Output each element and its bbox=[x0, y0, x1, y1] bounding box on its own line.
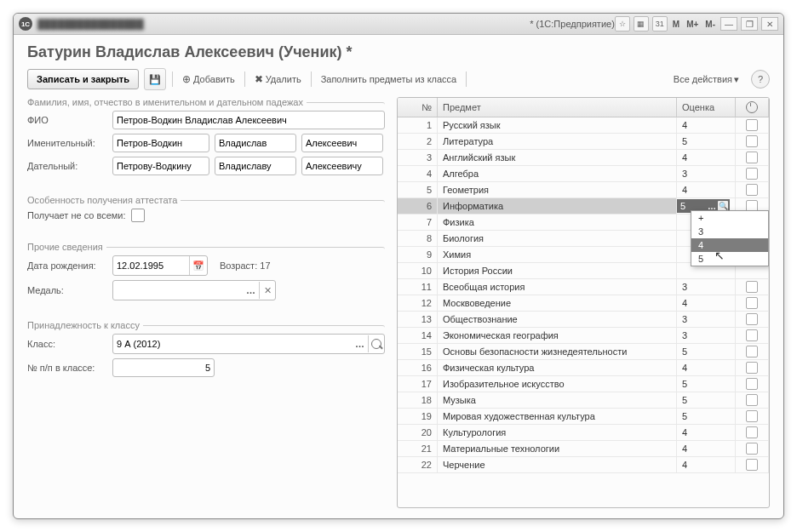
medal-input[interactable] bbox=[113, 283, 243, 298]
cell-checkbox[interactable] bbox=[736, 166, 769, 181]
cell-checkbox[interactable] bbox=[736, 295, 769, 311]
grade-browse-icon[interactable]: … bbox=[708, 202, 716, 211]
fio-input[interactable] bbox=[112, 111, 385, 129]
cell-checkbox[interactable] bbox=[736, 441, 769, 456]
cell-grade[interactable]: 4 bbox=[677, 182, 736, 197]
save-and-close-button[interactable]: Записать и закрыть bbox=[27, 69, 139, 89]
titlebar-icon-grid[interactable]: ▦ bbox=[634, 16, 649, 31]
not-with-all-checkbox[interactable] bbox=[131, 209, 145, 222]
middlename-dat-input[interactable] bbox=[301, 157, 383, 175]
titlebar-icon-star[interactable]: ☆ bbox=[615, 16, 630, 31]
table-row[interactable]: 3Английский язык4 bbox=[398, 150, 769, 166]
close-button[interactable]: ✕ bbox=[761, 17, 778, 31]
col-grade[interactable]: Оценка bbox=[677, 98, 736, 117]
cell-grade[interactable]: 3 bbox=[677, 312, 736, 327]
table-row[interactable]: 12Москвоведение4 bbox=[398, 295, 769, 312]
grade-option[interactable]: 5 bbox=[691, 252, 768, 266]
table-row[interactable]: 19Мировая художественная культура5 bbox=[398, 409, 769, 425]
col-number[interactable]: № bbox=[398, 98, 438, 117]
firstname-dat-input[interactable] bbox=[215, 157, 296, 175]
calendar-icon[interactable]: 📅 bbox=[189, 256, 207, 275]
lastname-nom-input[interactable] bbox=[112, 134, 209, 152]
cell-checkbox[interactable] bbox=[736, 134, 769, 149]
table-row[interactable]: 11Всеобщая история3 bbox=[398, 279, 769, 295]
app-logo-icon: 1C bbox=[19, 17, 32, 31]
cell-checkbox[interactable] bbox=[736, 279, 769, 295]
table-row[interactable]: 21Материальные технологии4 bbox=[398, 441, 769, 457]
table-row[interactable]: 13Обществознание3 bbox=[398, 312, 769, 328]
table-row[interactable]: 20Культурология4 bbox=[398, 425, 769, 441]
cell-grade[interactable]: 5 bbox=[677, 134, 736, 149]
cell-checkbox[interactable] bbox=[736, 182, 769, 197]
cell-grade[interactable]: 5 bbox=[677, 376, 736, 392]
table-row[interactable]: 2Литература5 bbox=[398, 134, 769, 150]
table-row[interactable]: 4Алгебра3 bbox=[398, 166, 769, 182]
cell-checkbox[interactable] bbox=[736, 117, 769, 133]
all-actions-dropdown[interactable]: Все действия ▾ bbox=[674, 74, 739, 85]
cell-checkbox[interactable] bbox=[736, 150, 769, 165]
col-subject[interactable]: Предмет bbox=[438, 98, 677, 117]
page-title: Батурин Владислав Алексеевич (Ученик) * bbox=[27, 43, 770, 61]
medal-browse-icon[interactable]: … bbox=[243, 285, 259, 295]
cell-checkbox[interactable] bbox=[736, 425, 769, 440]
grade-dropdown[interactable]: +345 bbox=[691, 210, 769, 266]
table-row[interactable]: 17Изобразительное искусство5 bbox=[398, 376, 769, 392]
cell-checkbox[interactable] bbox=[736, 457, 769, 472]
help-button[interactable]: ? bbox=[751, 70, 770, 89]
fill-subjects-button[interactable]: Заполнить предметы из класса bbox=[318, 69, 461, 89]
lastname-dat-input[interactable] bbox=[112, 157, 209, 175]
table-row[interactable]: 14Экономическая география3 bbox=[398, 328, 769, 344]
grade-option[interactable]: + bbox=[691, 211, 768, 225]
cell-checkbox[interactable] bbox=[736, 360, 769, 375]
cell-grade[interactable]: 4 bbox=[677, 295, 736, 311]
table-row[interactable]: 16Физическая культура4 bbox=[398, 360, 769, 376]
cell-grade[interactable]: 4 bbox=[677, 150, 736, 165]
cell-checkbox[interactable] bbox=[736, 344, 769, 359]
save-icon-button[interactable]: 💾 bbox=[144, 68, 166, 90]
m-plus-button[interactable]: M+ bbox=[685, 20, 700, 29]
cell-grade[interactable]: 3 bbox=[677, 166, 736, 181]
table-row[interactable]: 15Основы безопасности жизнедеятельности5 bbox=[398, 344, 769, 360]
cell-grade[interactable]: 4 bbox=[677, 117, 736, 133]
grade-option[interactable]: 3 bbox=[691, 225, 768, 238]
cell-grade[interactable]: 5 bbox=[677, 392, 736, 408]
add-button[interactable]: ⊕ Добавить bbox=[179, 69, 238, 89]
cell-grade[interactable]: 4 bbox=[677, 441, 736, 456]
titlebar-icon-calendar[interactable]: 31 bbox=[652, 16, 668, 31]
cell-grade[interactable]: 5 bbox=[677, 409, 736, 424]
m-button[interactable]: M bbox=[671, 20, 681, 29]
m-minus-button[interactable]: M- bbox=[703, 20, 717, 29]
cell-checkbox[interactable] bbox=[736, 409, 769, 424]
class-legend: Принадлежность к классу bbox=[27, 320, 143, 330]
medal-field[interactable]: … ✕ bbox=[112, 280, 276, 300]
grade-option[interactable]: 4 bbox=[691, 238, 768, 252]
cell-checkbox[interactable] bbox=[736, 392, 769, 408]
dob-field[interactable]: 📅 bbox=[112, 255, 208, 276]
class-browse-icon[interactable]: … bbox=[352, 339, 368, 349]
class-search-icon[interactable] bbox=[368, 335, 384, 352]
table-row[interactable]: 18Музыка5 bbox=[398, 392, 769, 409]
dob-input[interactable] bbox=[113, 258, 189, 273]
npp-input[interactable] bbox=[112, 358, 215, 377]
cell-grade[interactable]: 4 bbox=[677, 425, 736, 440]
cell-grade[interactable]: 4 bbox=[677, 360, 736, 375]
table-row[interactable]: 5Геометрия4 bbox=[398, 182, 769, 198]
table-row[interactable]: 1Русский язык4 bbox=[398, 117, 769, 134]
col-clock[interactable] bbox=[736, 98, 769, 117]
cell-grade[interactable]: 5 bbox=[677, 344, 736, 359]
cell-grade[interactable]: 3 bbox=[677, 328, 736, 343]
table-row[interactable]: 22Черчение4 bbox=[398, 457, 769, 473]
class-field[interactable]: … bbox=[112, 334, 385, 354]
cell-grade[interactable]: 4 bbox=[677, 457, 736, 472]
cell-checkbox[interactable] bbox=[736, 328, 769, 343]
cell-checkbox[interactable] bbox=[736, 312, 769, 327]
middlename-nom-input[interactable] bbox=[301, 134, 383, 152]
delete-button[interactable]: ✖ Удалить bbox=[251, 69, 305, 89]
medal-clear-icon[interactable]: ✕ bbox=[259, 282, 275, 299]
minimize-button[interactable]: — bbox=[720, 17, 737, 31]
cell-checkbox[interactable] bbox=[736, 376, 769, 392]
restore-button[interactable]: ❐ bbox=[741, 17, 758, 31]
cell-grade[interactable]: 3 bbox=[677, 279, 736, 295]
class-input[interactable] bbox=[113, 336, 352, 352]
firstname-nom-input[interactable] bbox=[215, 134, 296, 152]
